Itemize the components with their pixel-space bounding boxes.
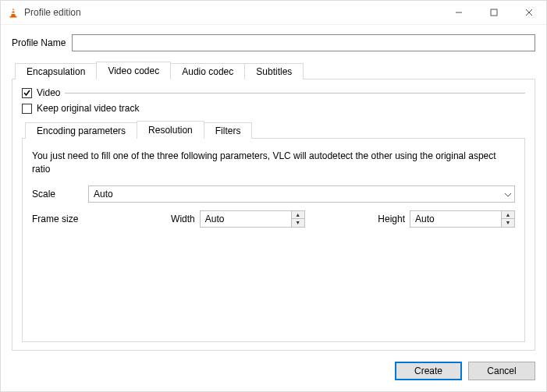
scale-label: Scale xyxy=(32,189,88,200)
divider-line xyxy=(65,93,525,94)
titlebar: Profile edition xyxy=(1,1,546,25)
spin-down[interactable]: ▼ xyxy=(502,219,514,227)
spin-up[interactable]: ▲ xyxy=(292,211,304,220)
profile-name-row: Profile Name xyxy=(12,34,535,51)
resolution-help-text: You just need to fill one of the three f… xyxy=(32,150,515,176)
tab-encoding-parameters[interactable]: Encoding parameters xyxy=(25,122,137,139)
cancel-button[interactable]: Cancel xyxy=(468,362,535,380)
profile-edition-window: Profile edition Profile Name Encapsulati… xyxy=(0,0,547,392)
window-controls xyxy=(441,1,546,24)
svg-rect-2 xyxy=(11,13,15,15)
spin-buttons: ▲ ▼ xyxy=(501,211,514,227)
tab-audio-codec[interactable]: Audio codec xyxy=(170,63,245,79)
keep-original-checkbox[interactable]: Keep original video track xyxy=(22,103,139,114)
height-label: Height xyxy=(378,214,405,224)
scale-value: Auto xyxy=(88,185,515,203)
height-spinner[interactable]: ▲ ▼ xyxy=(410,210,515,228)
dialog-buttons: Create Cancel xyxy=(12,362,535,380)
frame-size-row: Frame size Width ▲ ▼ xyxy=(32,210,515,228)
spin-up[interactable]: ▲ xyxy=(502,211,514,220)
vlc-cone-icon xyxy=(7,6,20,19)
scale-row: Scale Auto xyxy=(32,185,515,203)
codec-tabs: Encapsulation Video codec Audio codec Su… xyxy=(12,62,535,351)
codec-tabrow: Encapsulation Video codec Audio codec Su… xyxy=(12,62,535,79)
tab-encapsulation[interactable]: Encapsulation xyxy=(15,63,97,79)
tab-subtitles[interactable]: Subtitles xyxy=(244,63,304,79)
video-inner-tabs: Encoding parameters Resolution Filters Y… xyxy=(22,122,525,342)
svg-rect-5 xyxy=(491,9,497,16)
svg-marker-0 xyxy=(11,8,16,16)
height-group: Height ▲ ▼ xyxy=(378,210,515,228)
resolution-panel: You just need to fill one of the three f… xyxy=(22,138,525,342)
frame-size-label: Frame size xyxy=(32,214,171,224)
video-inner-tabrow: Encoding parameters Resolution Filters xyxy=(22,122,525,138)
video-codec-panel: Video Keep original video track xyxy=(12,79,535,351)
svg-rect-3 xyxy=(10,16,17,18)
video-checkbox-label: Video xyxy=(37,87,60,98)
video-checkbox[interactable]: Video xyxy=(22,87,60,98)
close-button[interactable] xyxy=(511,1,546,24)
height-input[interactable] xyxy=(410,210,515,228)
spin-down[interactable]: ▼ xyxy=(292,219,304,227)
width-label: Width xyxy=(171,214,195,224)
video-checkbox-row: Video xyxy=(22,87,525,98)
dialog-body: Profile Name Encapsulation Video codec A… xyxy=(1,25,546,391)
tab-filters[interactable]: Filters xyxy=(204,122,253,139)
width-input[interactable] xyxy=(200,210,305,228)
window-title: Profile edition xyxy=(24,7,441,18)
width-group: Width ▲ ▼ xyxy=(171,210,305,228)
minimize-button[interactable] xyxy=(441,1,476,24)
maximize-button[interactable] xyxy=(476,1,511,24)
width-spinner[interactable]: ▲ ▼ xyxy=(200,210,305,228)
keep-original-row: Keep original video track xyxy=(22,103,525,114)
tab-video-codec[interactable]: Video codec xyxy=(96,62,171,79)
profile-name-input[interactable] xyxy=(72,34,535,51)
checkbox-icon xyxy=(22,88,32,98)
create-button[interactable]: Create xyxy=(395,362,462,380)
keep-original-label: Keep original video track xyxy=(37,103,139,114)
checkbox-icon xyxy=(22,104,32,114)
scale-select[interactable]: Auto xyxy=(88,185,515,203)
tab-resolution[interactable]: Resolution xyxy=(137,121,204,139)
profile-name-label: Profile Name xyxy=(12,37,66,48)
svg-rect-1 xyxy=(12,10,15,12)
spin-buttons: ▲ ▼ xyxy=(291,211,304,227)
